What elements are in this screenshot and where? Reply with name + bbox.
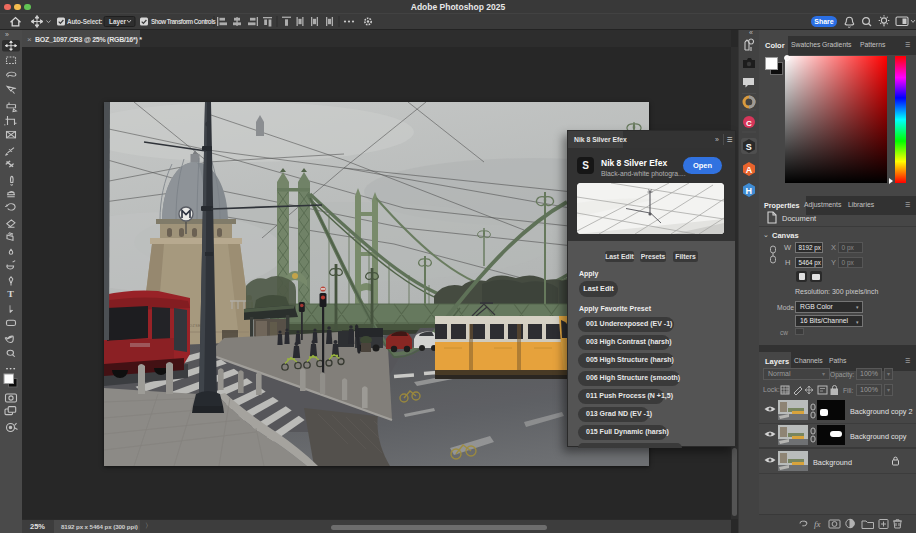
svg-text:H: H <box>746 186 753 196</box>
svg-text:A: A <box>746 165 753 175</box>
svg-text:T: T <box>7 290 14 299</box>
svg-text:fx: fx <box>814 519 821 529</box>
svg-text:S: S <box>746 142 752 152</box>
svg-text:C: C <box>746 119 752 128</box>
